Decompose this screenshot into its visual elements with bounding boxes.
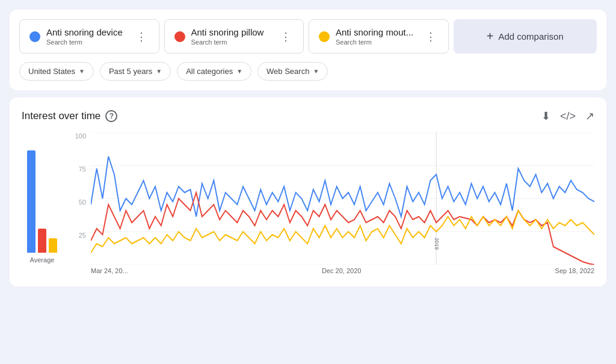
chart-section: Interest over time ? ⬇ </> ↗ Average 100 <box>10 97 606 286</box>
x-label-3: Sep 18, 2022 <box>555 267 594 274</box>
search-terms-row: Anti snoring device Search term ⋮ Anti s… <box>19 19 597 54</box>
line-chart-svg: 2019 <box>91 132 594 265</box>
chart-title-area: Interest over time ? <box>22 110 117 122</box>
red-line <box>91 193 594 265</box>
x-label-2: Dec 20, 2020 <box>322 267 361 274</box>
categories-label: All categories <box>186 67 233 76</box>
filters-row: United States ▼ Past 5 years ▼ All categ… <box>19 62 597 81</box>
search-type-label: Web Search <box>266 67 309 76</box>
x-labels-inner: Mar 24, 20... Dec 20, 2020 Sep 18, 2022 <box>91 267 594 274</box>
term-info-3: Anti snoring mout... Search term <box>336 27 417 46</box>
location-label: United States <box>28 67 75 76</box>
categories-chevron-icon: ▼ <box>236 68 242 75</box>
y-axis: 100 75 50 25 <box>70 132 91 265</box>
search-term-card-2[interactable]: Anti snoring pillow Search term ⋮ <box>164 19 304 54</box>
search-type-filter[interactable]: Web Search ▼ <box>257 62 328 81</box>
term-type-2: Search term <box>191 39 273 46</box>
term-menu-icon-2[interactable]: ⋮ <box>278 28 294 46</box>
term-dot-3 <box>319 31 330 42</box>
term-menu-icon-3[interactable]: ⋮ <box>423 28 439 46</box>
chart-title: Interest over time <box>22 110 100 122</box>
y-label-100: 100 <box>75 132 86 140</box>
help-icon[interactable]: ? <box>105 110 117 122</box>
top-section: Anti snoring device Search term ⋮ Anti s… <box>10 10 606 90</box>
term-dot-1 <box>29 31 40 42</box>
time-range-filter[interactable]: Past 5 years ▼ <box>100 62 171 81</box>
y-label-75: 75 <box>79 165 86 173</box>
chart-actions: ⬇ </> ↗ <box>541 110 594 123</box>
avg-bar-red <box>38 229 46 253</box>
embed-code-icon[interactable]: </> <box>560 110 576 123</box>
chart-body: Average 100 75 50 25 <box>22 132 594 274</box>
avg-bar-yellow <box>49 238 57 253</box>
svg-text:2019: 2019 <box>434 238 440 250</box>
term-name-3: Anti snoring mout... <box>336 27 417 37</box>
average-bar-section: Average <box>22 132 70 264</box>
time-range-label: Past 5 years <box>109 67 152 76</box>
plus-icon: + <box>487 29 494 43</box>
categories-filter[interactable]: All categories ▼ <box>177 62 251 81</box>
term-name-2: Anti snoring pillow <box>191 27 273 37</box>
download-icon[interactable]: ⬇ <box>541 110 550 123</box>
search-type-chevron-icon: ▼ <box>313 68 319 75</box>
search-term-card-1[interactable]: Anti snoring device Search term ⋮ <box>19 19 159 54</box>
term-type-3: Search term <box>336 39 417 46</box>
x-label-1: Mar 24, 20... <box>91 267 128 274</box>
search-term-card-3[interactable]: Anti snoring mout... Search term ⋮ <box>309 19 449 54</box>
chart-inner: Average 100 75 50 25 <box>22 132 594 265</box>
term-menu-icon-1[interactable]: ⋮ <box>134 28 149 46</box>
avg-bar-blue <box>27 150 35 253</box>
y-label-50: 50 <box>79 199 86 206</box>
chart-header: Interest over time ? ⬇ </> ↗ <box>22 110 594 123</box>
x-labels-row: Mar 24, 20... Dec 20, 2020 Sep 18, 2022 <box>91 267 594 274</box>
term-info-1: Anti snoring device Search term <box>46 27 128 46</box>
location-filter[interactable]: United States ▼ <box>19 62 94 81</box>
term-info-2: Anti snoring pillow Search term <box>191 27 273 46</box>
location-chevron-icon: ▼ <box>79 68 85 75</box>
y-label-25: 25 <box>79 232 86 239</box>
chart-plot: 2019 <box>91 132 594 265</box>
avg-bars <box>27 132 57 253</box>
term-name-1: Anti snoring device <box>46 27 128 37</box>
time-range-chevron-icon: ▼ <box>156 68 162 75</box>
add-comparison-label: Add comparison <box>498 31 563 42</box>
add-comparison-button[interactable]: + Add comparison <box>454 19 597 54</box>
avg-label: Average <box>30 256 55 264</box>
share-icon[interactable]: ↗ <box>585 110 594 123</box>
term-type-1: Search term <box>46 39 128 46</box>
term-dot-2 <box>174 31 185 42</box>
